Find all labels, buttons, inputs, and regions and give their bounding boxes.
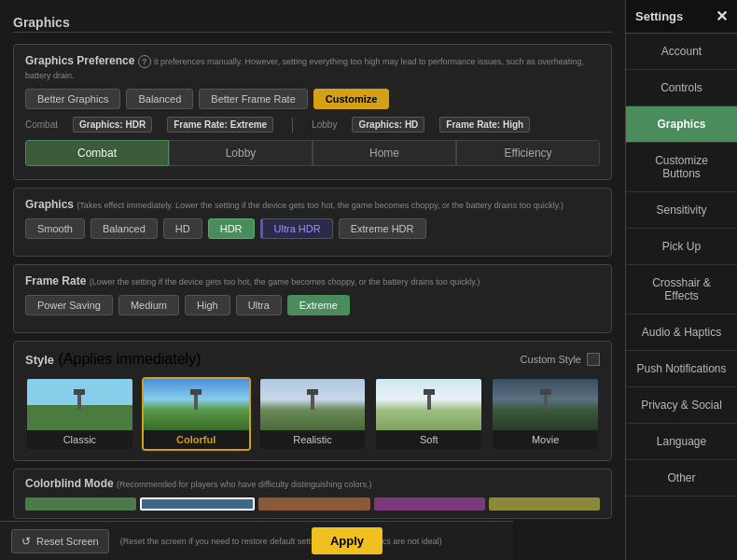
tower-icon: [77, 393, 81, 410]
page-title: Graphics: [13, 9, 612, 33]
style-header: Style (Applies immediately) Custom Style: [25, 351, 600, 368]
colorblind-swatches: [25, 497, 600, 511]
sidebar-item-privacy-social[interactable]: Privacy & Social: [626, 387, 737, 424]
tower-icon-5: [544, 393, 548, 410]
tower-icon-3: [311, 393, 314, 410]
sidebar-item-other[interactable]: Other: [626, 460, 737, 497]
better-frame-rate-btn[interactable]: Better Frame Rate: [199, 89, 307, 109]
realistic-preview: [260, 379, 366, 430]
extreme-hdr-btn[interactable]: Extreme HDR: [339, 218, 426, 239]
tab-combat[interactable]: Combat: [25, 140, 169, 166]
sidebar-item-push-notifications[interactable]: Push Notifications: [626, 351, 737, 387]
style-colorful[interactable]: Colorful: [142, 377, 251, 451]
style-title: Style (Applies immediately): [25, 351, 201, 368]
tab-efficiency[interactable]: Efficiency: [456, 140, 600, 166]
tab-lobby[interactable]: Lobby: [169, 140, 313, 166]
scene-elements: [27, 379, 132, 430]
preference-buttons: Better Graphics Balanced Better Frame Ra…: [25, 89, 600, 109]
preference-title: Graphics Preference ? it preferences man…: [25, 54, 600, 81]
reset-screen-button[interactable]: ↺ Reset Screen: [11, 529, 109, 553]
frame-rate-title: Frame Rate (Lower the setting if the dev…: [25, 274, 600, 287]
swatch-0[interactable]: [25, 497, 136, 511]
balanced-btn[interactable]: Balanced: [126, 89, 193, 109]
style-realistic[interactable]: Realistic: [258, 377, 368, 451]
ultra-btn[interactable]: Ultra: [236, 295, 282, 315]
close-button[interactable]: ✕: [716, 7, 728, 25]
main-panel: Graphics Graphics Preference ? it prefer…: [0, 0, 625, 560]
balanced-quality-btn[interactable]: Balanced: [90, 218, 158, 239]
sidebar-item-account[interactable]: Account: [626, 34, 737, 70]
style-movie[interactable]: Movie: [491, 377, 600, 451]
sidebar-header: Settings ✕: [626, 0, 737, 34]
style-soft[interactable]: Soft: [374, 377, 483, 451]
medium-btn[interactable]: Medium: [118, 295, 179, 315]
sidebar-item-pick-up[interactable]: Pick Up: [626, 229, 737, 265]
frame-rate-buttons: Power Saving Medium High Ultra Extreme: [25, 295, 600, 315]
soft-preview: [376, 379, 481, 430]
scene-elements-5: [493, 379, 598, 430]
sidebar: Settings ✕ Account Controls Graphics Cus…: [625, 0, 737, 560]
hd-btn[interactable]: HD: [163, 218, 202, 239]
movie-preview: [493, 379, 598, 430]
scene-elements-4: [376, 379, 481, 430]
graphics-quality-section: Graphics (Takes effect immediately. Lowe…: [13, 188, 612, 257]
style-section: Style (Applies immediately) Custom Style…: [13, 341, 612, 461]
info-icon: ?: [138, 55, 151, 68]
colorful-preview: [144, 379, 249, 430]
scene-elements-3: [260, 379, 366, 430]
sidebar-title: Settings: [635, 9, 683, 23]
sidebar-item-graphics[interactable]: Graphics: [626, 106, 737, 143]
apply-button[interactable]: Apply: [312, 527, 382, 554]
sidebar-item-audio-haptics[interactable]: Audio & Haptics: [626, 315, 737, 351]
graphics-quality-title: Graphics (Takes effect immediately. Lowe…: [25, 198, 600, 211]
tower-icon-2: [194, 393, 198, 410]
classic-preview: [27, 379, 132, 430]
power-saving-btn[interactable]: Power Saving: [25, 295, 113, 315]
colorblind-section: Colorblind Mode (Recommended for players…: [13, 469, 612, 519]
content-area: Graphics Graphics Preference ? it prefer…: [0, 0, 625, 521]
custom-style-toggle[interactable]: Custom Style: [521, 353, 600, 366]
tower-icon-4: [427, 393, 431, 410]
high-btn[interactable]: High: [185, 295, 230, 315]
style-classic[interactable]: Classic: [25, 377, 134, 451]
sidebar-item-language[interactable]: Language: [626, 424, 737, 460]
reset-icon: ↺: [21, 535, 31, 548]
bottom-bar: ↺ Reset Screen (Reset the screen if you …: [0, 521, 513, 560]
swatch-1[interactable]: [140, 497, 255, 511]
preference-section: Graphics Preference ? it preferences man…: [13, 44, 612, 180]
frame-rate-section: Frame Rate (Lower the setting if the dev…: [13, 264, 612, 333]
info-divider: [292, 118, 293, 133]
sidebar-item-crosshair-effects[interactable]: Crosshair & Effects: [626, 265, 737, 315]
colorblind-title: Colorblind Mode (Recommended for players…: [25, 477, 600, 490]
swatch-4[interactable]: [489, 497, 600, 511]
tab-home[interactable]: Home: [313, 140, 456, 166]
customize-btn[interactable]: Customize: [313, 89, 390, 109]
hdr-btn[interactable]: HDR: [208, 218, 255, 239]
swatch-2[interactable]: [258, 497, 369, 511]
sidebar-item-controls[interactable]: Controls: [626, 70, 737, 106]
extreme-btn[interactable]: Extreme: [287, 295, 350, 315]
sidebar-item-sensitivity[interactable]: Sensitivity: [626, 192, 737, 229]
combat-info-row: Combat Graphics: HDR Frame Rate: Extreme…: [25, 117, 600, 133]
style-cards: Classic Colorful R: [25, 377, 600, 451]
scene-elements-2: [144, 379, 249, 430]
swatch-3[interactable]: [374, 497, 485, 511]
graphics-quality-buttons: Smooth Balanced HD HDR Ultra HDR Extreme…: [25, 218, 600, 239]
better-graphics-btn[interactable]: Better Graphics: [25, 89, 120, 109]
smooth-btn[interactable]: Smooth: [25, 218, 85, 239]
ultra-hdr-btn[interactable]: Ultra HDR: [260, 218, 333, 239]
tabs-row: Combat Lobby Home Efficiency: [25, 140, 600, 166]
custom-style-checkbox[interactable]: [587, 353, 600, 366]
sidebar-item-customize-buttons[interactable]: Customize Buttons: [626, 143, 737, 192]
